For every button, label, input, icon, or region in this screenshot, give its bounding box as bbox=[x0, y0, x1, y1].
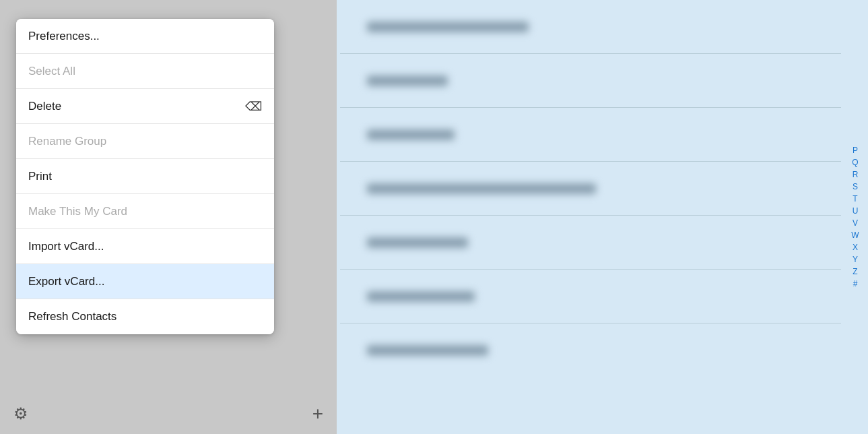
menu-item-select-all-label: Select All bbox=[28, 65, 75, 78]
contact-row bbox=[340, 323, 841, 377]
bottom-toolbar: ⚙ + bbox=[0, 394, 337, 434]
alpha-P[interactable]: P bbox=[848, 144, 863, 156]
alpha-hash[interactable]: # bbox=[848, 278, 863, 290]
alpha-T[interactable]: T bbox=[848, 193, 863, 205]
delete-icon: ⌫ bbox=[245, 99, 262, 114]
menu-item-make-my-card-label: Make This My Card bbox=[28, 205, 127, 218]
contact-row bbox=[340, 0, 841, 54]
alpha-X[interactable]: X bbox=[848, 241, 863, 253]
menu-item-print-label: Print bbox=[28, 170, 52, 183]
menu-item-print[interactable]: Print bbox=[16, 159, 274, 194]
gear-icon[interactable]: ⚙ bbox=[13, 404, 28, 423]
menu-item-import-vcard-label: Import vCard... bbox=[28, 240, 104, 253]
contact-row bbox=[340, 108, 841, 162]
contact-list bbox=[340, 0, 841, 434]
add-contact-button[interactable]: + bbox=[312, 403, 323, 425]
alpha-Z[interactable]: Z bbox=[848, 266, 863, 278]
alphabet-index[interactable]: P Q R S T U V W X Y Z # bbox=[848, 0, 863, 434]
menu-item-rename-group-label: Rename Group bbox=[28, 135, 106, 148]
alpha-V[interactable]: V bbox=[848, 217, 863, 229]
menu-item-import-vcard[interactable]: Import vCard... bbox=[16, 229, 274, 264]
alpha-S[interactable]: S bbox=[848, 181, 863, 193]
alpha-W[interactable]: W bbox=[848, 229, 863, 241]
menu-item-export-vcard[interactable]: Export vCard... bbox=[16, 264, 274, 299]
contact-name-blur bbox=[367, 75, 448, 86]
alpha-U[interactable]: U bbox=[848, 205, 863, 217]
context-menu: Preferences... Select All Delete ⌫ Renam… bbox=[16, 19, 274, 334]
menu-item-refresh-contacts[interactable]: Refresh Contacts bbox=[16, 299, 274, 334]
menu-item-export-vcard-label: Export vCard... bbox=[28, 275, 104, 288]
contact-row bbox=[340, 162, 841, 216]
menu-item-select-all[interactable]: Select All bbox=[16, 54, 274, 89]
contact-row bbox=[340, 216, 841, 270]
alpha-Q[interactable]: Q bbox=[848, 156, 863, 168]
menu-item-make-my-card[interactable]: Make This My Card bbox=[16, 194, 274, 229]
alpha-Y[interactable]: Y bbox=[848, 253, 863, 266]
contact-name-blur bbox=[367, 291, 475, 302]
menu-item-preferences[interactable]: Preferences... bbox=[16, 19, 274, 54]
contact-name-blur bbox=[367, 22, 529, 32]
menu-item-refresh-contacts-label: Refresh Contacts bbox=[28, 310, 116, 323]
menu-item-preferences-label: Preferences... bbox=[28, 30, 100, 43]
menu-item-delete[interactable]: Delete ⌫ bbox=[16, 89, 274, 124]
contact-name-blur bbox=[367, 129, 455, 140]
alpha-R[interactable]: R bbox=[848, 168, 863, 181]
contact-name-blur bbox=[367, 183, 596, 194]
contact-name-blur bbox=[367, 345, 488, 356]
contact-row bbox=[340, 270, 841, 323]
contact-name-blur bbox=[367, 237, 468, 248]
menu-item-rename-group[interactable]: Rename Group bbox=[16, 124, 274, 159]
contact-row bbox=[340, 54, 841, 108]
menu-item-delete-label: Delete bbox=[28, 100, 61, 113]
